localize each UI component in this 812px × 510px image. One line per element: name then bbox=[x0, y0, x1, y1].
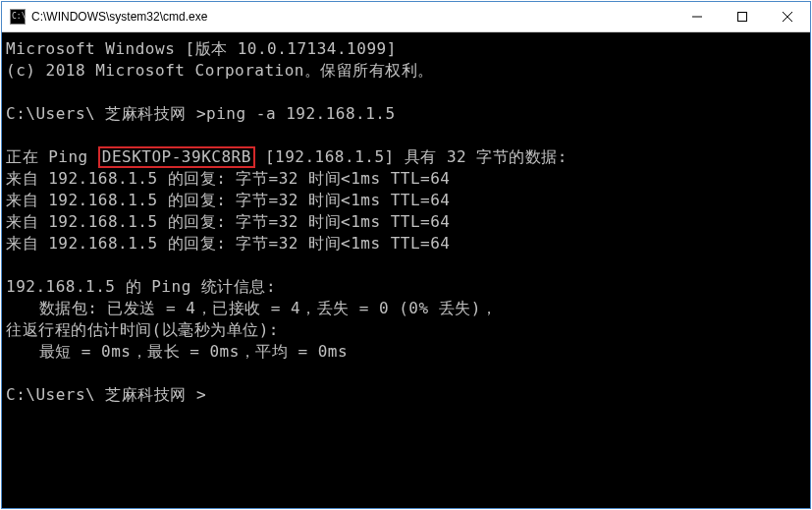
ping-reply: 来自 192.168.1.5 的回复: 字节=32 时间<1ms TTL=64 bbox=[6, 234, 450, 253]
ping-reply: 来自 192.168.1.5 的回复: 字节=32 时间<1ms TTL=64 bbox=[6, 191, 450, 209]
window-title: C:\WINDOWS\system32\cmd.exe bbox=[31, 10, 207, 24]
stats-header: 192.168.1.5 的 Ping 统计信息: bbox=[6, 277, 276, 296]
cmd-window: C:\ C:\WINDOWS\system32\cmd.exe Microsof… bbox=[1, 1, 811, 509]
cmd-icon: C:\ bbox=[10, 9, 26, 25]
titlebar[interactable]: C:\ C:\WINDOWS\system32\cmd.exe bbox=[2, 2, 810, 32]
stats-rtt: 最短 = 0ms，最长 = 0ms，平均 = 0ms bbox=[39, 342, 348, 361]
minimize-icon bbox=[692, 12, 702, 22]
banner-line: Microsoft Windows [版本 10.0.17134.1099] bbox=[6, 39, 397, 58]
ping-header-suffix: [192.168.1.5] 具有 32 字节的数据: bbox=[255, 147, 568, 166]
stats-packets: 数据包: 已发送 = 4，已接收 = 4，丢失 = 0 (0% 丢失)， bbox=[39, 299, 498, 317]
maximize-button[interactable] bbox=[720, 2, 765, 32]
close-button[interactable] bbox=[765, 2, 810, 32]
ping-header-prefix: 正在 Ping bbox=[6, 147, 98, 166]
prompt-command: ping -a 192.168.1.5 bbox=[206, 104, 396, 123]
minimize-button[interactable] bbox=[675, 2, 720, 32]
terminal-output[interactable]: Microsoft Windows [版本 10.0.17134.1099] (… bbox=[2, 32, 810, 508]
close-icon bbox=[783, 12, 792, 22]
banner-line: (c) 2018 Microsoft Corporation。保留所有权利。 bbox=[6, 61, 434, 80]
hostname-highlight: DESKTOP-39KC8RB bbox=[98, 146, 255, 168]
maximize-icon bbox=[737, 12, 747, 22]
svg-text:C:\: C:\ bbox=[12, 12, 26, 21]
svg-rect-4 bbox=[738, 13, 747, 22]
ping-reply: 来自 192.168.1.5 的回复: 字节=32 时间<1ms TTL=64 bbox=[6, 169, 450, 188]
ping-reply: 来自 192.168.1.5 的回复: 字节=32 时间<1ms TTL=64 bbox=[6, 212, 450, 231]
prompt-path: C:\Users\ 芝麻科技网 > bbox=[6, 385, 206, 404]
prompt-path: C:\Users\ 芝麻科技网 > bbox=[6, 104, 206, 123]
stats-rtt-header: 往返行程的估计时间(以毫秒为单位): bbox=[6, 320, 279, 339]
